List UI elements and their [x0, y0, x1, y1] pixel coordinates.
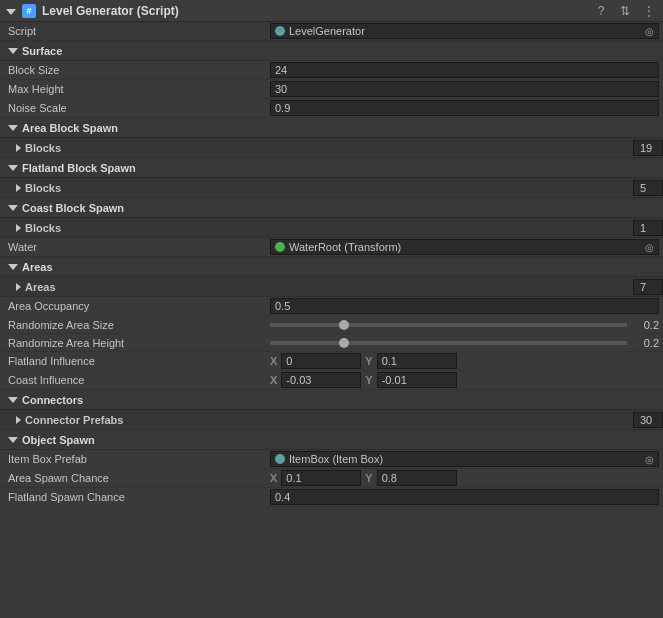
- coast-block-spawn-label: Coast Block Spawn: [22, 202, 124, 214]
- flatland-block-spawn-label: Flatland Block Spawn: [22, 162, 136, 174]
- coast-blocks-count: 1: [633, 220, 663, 236]
- connectors-section-header[interactable]: Connectors: [0, 390, 663, 410]
- areas-sub-row[interactable]: Areas 7: [0, 277, 663, 297]
- areas-section-label: Areas: [22, 261, 53, 273]
- flatland-influence-x-input[interactable]: [281, 353, 361, 369]
- area-spawn-chance-label: Area Spawn Chance: [0, 472, 270, 484]
- item-box-prefab-row: Item Box Prefab ItemBox (Item Box) ◎: [0, 450, 663, 469]
- title-bar: # Level Generator (Script) ? ⇅ ⋮: [0, 0, 663, 22]
- flatland-spawn-chance-input[interactable]: [270, 489, 659, 505]
- flatland-influence-xy: X Y: [270, 353, 457, 369]
- water-target-icon[interactable]: ◎: [645, 242, 654, 253]
- area-occupancy-label: Area Occupancy: [0, 300, 270, 312]
- randomize-area-height-row: Randomize Area Height 0.2: [0, 334, 663, 352]
- flatland-influence-y-input[interactable]: [377, 353, 457, 369]
- coast-block-spawn-header[interactable]: Coast Block Spawn: [0, 198, 663, 218]
- area-spawn-chance-xy: X Y: [270, 470, 457, 486]
- coast-blocks-expand-icon: [16, 224, 21, 232]
- object-spawn-section-header[interactable]: Object Spawn: [0, 430, 663, 450]
- area-spawn-x-label: X: [270, 472, 277, 484]
- script-icon: #: [22, 4, 36, 18]
- connector-prefabs-expand-icon: [16, 416, 21, 424]
- title-bar-left: # Level Generator (Script): [6, 4, 593, 18]
- item-box-target-icon[interactable]: ◎: [645, 454, 654, 465]
- flatland-blocks-row[interactable]: Blocks 5: [0, 178, 663, 198]
- target-icon[interactable]: ◎: [645, 26, 654, 37]
- noise-scale-label: Noise Scale: [0, 102, 270, 114]
- coast-influence-y-input[interactable]: [377, 372, 457, 388]
- area-block-spawn-header[interactable]: Area Block Spawn: [0, 118, 663, 138]
- flatland-x-label: X: [270, 355, 277, 367]
- randomize-area-size-label: Randomize Area Size: [0, 319, 270, 331]
- area-blocks-label: Blocks: [25, 142, 61, 154]
- area-spawn-chance-y-input[interactable]: [377, 470, 457, 486]
- coast-blocks-label: Blocks: [25, 222, 61, 234]
- item-box-ref-field[interactable]: ItemBox (Item Box) ◎: [270, 451, 659, 467]
- flatland-influence-label: Flatland Influence: [0, 355, 270, 367]
- block-size-input[interactable]: [270, 62, 659, 78]
- area-block-spawn-blocks-row[interactable]: Blocks 19: [0, 138, 663, 158]
- randomize-area-height-value-col: 0.2: [270, 337, 663, 349]
- flatland-spawn-chance-label: Flatland Spawn Chance: [0, 491, 270, 503]
- surface-label: Surface: [22, 45, 62, 57]
- areas-section-header[interactable]: Areas: [0, 257, 663, 277]
- randomize-area-size-row: Randomize Area Size 0.2: [0, 316, 663, 334]
- area-occupancy-input[interactable]: [270, 298, 659, 314]
- block-size-value-col: [270, 62, 663, 78]
- randomize-area-size-slider[interactable]: [270, 323, 627, 327]
- area-spawn-chance-value-col: X Y: [270, 470, 663, 486]
- randomize-area-height-label: Randomize Area Height: [0, 337, 270, 349]
- max-height-label: Max Height: [0, 83, 270, 95]
- settings-icon[interactable]: ⇅: [617, 3, 633, 19]
- script-ref-icon: [275, 26, 285, 36]
- max-height-input[interactable]: [270, 81, 659, 97]
- max-height-row: Max Height: [0, 80, 663, 99]
- script-ref-field[interactable]: LevelGenerator ◎: [270, 23, 659, 39]
- flatland-block-spawn-collapse-icon: [8, 165, 18, 171]
- noise-scale-row: Noise Scale: [0, 99, 663, 118]
- coast-influence-row: Coast Influence X Y: [0, 371, 663, 390]
- coast-influence-x-input[interactable]: [281, 372, 361, 388]
- noise-scale-input[interactable]: [270, 100, 659, 116]
- flatland-blocks-count: 5: [633, 180, 663, 196]
- water-label: Water: [0, 241, 270, 253]
- help-icon[interactable]: ?: [593, 3, 609, 19]
- randomize-area-height-slider[interactable]: [270, 341, 627, 345]
- coast-y-label: Y: [365, 374, 372, 386]
- coast-influence-label: Coast Influence: [0, 374, 270, 386]
- connector-prefabs-row[interactable]: Connector Prefabs 30: [0, 410, 663, 430]
- flatland-block-spawn-header[interactable]: Flatland Block Spawn: [0, 158, 663, 178]
- coast-influence-value-col: X Y: [270, 372, 663, 388]
- water-ref-icon: [275, 242, 285, 252]
- script-value-col: LevelGenerator ◎: [270, 23, 663, 39]
- areas-expand-icon: [16, 283, 21, 291]
- block-size-row: Block Size: [0, 61, 663, 80]
- connector-prefabs-count: 30: [633, 412, 663, 428]
- object-spawn-section-label: Object Spawn: [22, 434, 95, 446]
- surface-collapse-icon: [8, 48, 18, 54]
- object-spawn-collapse-icon: [8, 437, 18, 443]
- flatland-spawn-chance-row: Flatland Spawn Chance: [0, 488, 663, 507]
- noise-scale-value-col: [270, 100, 663, 116]
- flatland-blocks-expand-icon: [16, 184, 21, 192]
- water-value-col: WaterRoot (Transform) ◎: [270, 239, 663, 255]
- overflow-icon[interactable]: ⋮: [641, 3, 657, 19]
- connectors-section-label: Connectors: [22, 394, 83, 406]
- areas-collapse-icon: [8, 264, 18, 270]
- area-occupancy-row: Area Occupancy: [0, 297, 663, 316]
- collapse-icon[interactable]: [6, 5, 16, 17]
- water-ref-field[interactable]: WaterRoot (Transform) ◎: [270, 239, 659, 255]
- coast-blocks-row[interactable]: Blocks 1: [0, 218, 663, 238]
- area-block-spawn-label: Area Block Spawn: [22, 122, 118, 134]
- area-blocks-count: 19: [633, 140, 663, 156]
- area-block-spawn-collapse-icon: [8, 125, 18, 131]
- flatland-y-label: Y: [365, 355, 372, 367]
- flatland-influence-row: Flatland Influence X Y: [0, 352, 663, 371]
- area-occupancy-value-col: [270, 298, 663, 314]
- area-spawn-chance-x-input[interactable]: [281, 470, 361, 486]
- surface-section-header[interactable]: Surface: [0, 41, 663, 61]
- water-row: Water WaterRoot (Transform) ◎: [0, 238, 663, 257]
- area-spawn-chance-row: Area Spawn Chance X Y: [0, 469, 663, 488]
- randomize-area-size-value-col: 0.2: [270, 319, 663, 331]
- flatland-spawn-chance-value-col: [270, 489, 663, 505]
